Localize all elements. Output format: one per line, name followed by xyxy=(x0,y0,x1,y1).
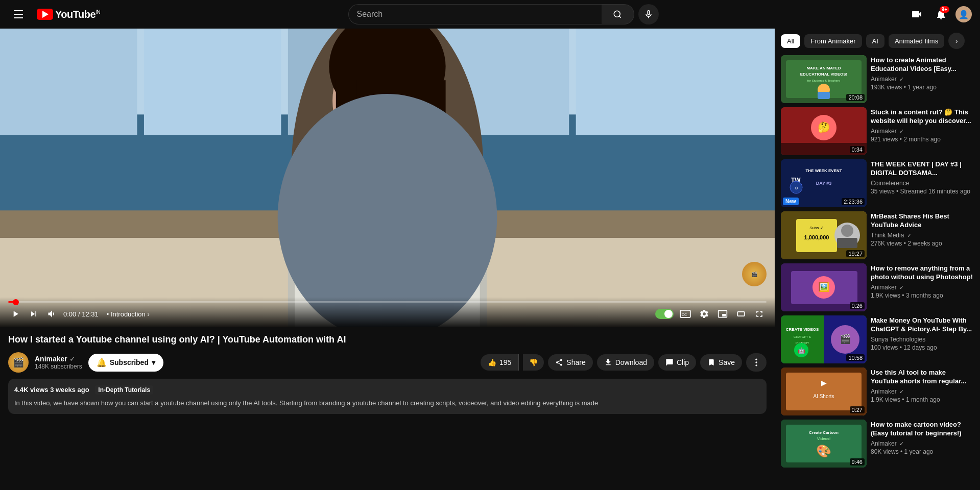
theater-mode-button[interactable] xyxy=(734,307,748,321)
svg-point-0 xyxy=(614,11,620,17)
rec-channel-2: Animaker ✓ xyxy=(871,128,974,135)
rec-card-3[interactable]: THE WEEK EVENT TW DAY #3 ⊙ 2:23:36 New T… xyxy=(781,159,974,207)
svg-text:▶: ▶ xyxy=(821,379,827,387)
rec-thumb-4: Subs ✓ 1,000,000 19:27 xyxy=(781,211,867,259)
create-button[interactable] xyxy=(906,4,927,24)
rec-duration-4: 19:27 xyxy=(846,250,865,257)
save-button[interactable]: Save xyxy=(700,354,742,371)
notifications-button[interactable]: 9+ xyxy=(931,4,951,24)
settings-button[interactable] xyxy=(697,307,711,321)
toggle-switch[interactable] xyxy=(655,309,674,319)
svg-rect-32 xyxy=(818,92,830,99)
search-button[interactable] xyxy=(602,4,634,24)
rec-meta-3: 35 views • Streamed 16 minutes ago xyxy=(871,188,974,195)
rec-info-7: Use this AI tool to make YouTube shorts … xyxy=(871,368,974,415)
youtube-logo-icon xyxy=(37,9,53,20)
rec-new-badge-3: New xyxy=(783,198,799,205)
captions-button[interactable]: CC xyxy=(678,308,693,320)
rec-verified-8: ✓ xyxy=(899,440,904,447)
rec-info-1: How to create Animated Educational Video… xyxy=(871,55,974,103)
share-button[interactable]: Share xyxy=(548,354,592,371)
volume-button[interactable] xyxy=(45,307,59,321)
rec-title-1: How to create Animated Educational Video… xyxy=(871,56,974,74)
rec-card-5[interactable]: 🖼️ 0:26 How to remove anything from a ph… xyxy=(781,263,974,311)
svg-rect-9 xyxy=(576,29,775,135)
like-button[interactable]: 👍 195 xyxy=(481,354,519,371)
play-button[interactable] xyxy=(8,307,22,321)
rec-thumb-7: ▶ AI Shorts 0:27 xyxy=(781,368,867,415)
channel-name-row: Animaker ✓ xyxy=(35,355,82,363)
rec-thumb-6: CREATE VIDEOS CHATGPT & PICTORY 🤖 🎬 10:5… xyxy=(781,315,867,363)
rec-title-8: How to make cartoon video? (Easy tutoria… xyxy=(871,421,974,438)
svg-text:🤔: 🤔 xyxy=(818,121,830,133)
dislike-icon: 👎 xyxy=(529,358,538,366)
svg-rect-49 xyxy=(837,238,857,248)
autoplay-toggle[interactable] xyxy=(655,309,674,319)
more-button[interactable] xyxy=(746,353,767,372)
svg-text:🎨: 🎨 xyxy=(816,444,831,458)
logo-text: YouTubeIN xyxy=(55,9,100,20)
video-player[interactable]: 🍎 🎬 xyxy=(0,29,775,327)
video-info: How I started a Youtube channel using on… xyxy=(0,327,775,373)
user-avatar[interactable]: 👤 xyxy=(955,6,972,22)
channel-name[interactable]: Animaker xyxy=(35,355,67,363)
rec-card-7[interactable]: ▶ AI Shorts 0:27 Use this AI tool to mak… xyxy=(781,368,974,415)
chip-all[interactable]: All xyxy=(781,34,800,48)
svg-text:Create Cartoon: Create Cartoon xyxy=(809,430,839,435)
svg-text:🤖: 🤖 xyxy=(798,347,805,354)
share-label: Share xyxy=(566,358,585,366)
chip-ai[interactable]: AI xyxy=(866,34,885,48)
miniplayer-button[interactable] xyxy=(715,307,730,321)
rec-info-5: How to remove anything from a photo with… xyxy=(871,263,974,311)
header-right: 9+ 👤 xyxy=(906,4,972,24)
hamburger-menu[interactable] xyxy=(8,4,29,24)
chip-from-animaker[interactable]: From Animaker xyxy=(804,34,862,48)
verified-icon: ✓ xyxy=(69,355,76,363)
svg-point-25 xyxy=(755,364,757,366)
progress-bar[interactable] xyxy=(8,301,767,303)
search-bar xyxy=(348,4,634,24)
rec-card-1[interactable]: MAKE ANIMATED EDUCATIONAL VIDEOS! for St… xyxy=(781,55,974,103)
svg-text:AI Shorts: AI Shorts xyxy=(813,394,834,399)
rec-duration-5: 0:26 xyxy=(850,302,865,309)
rec-title-7: Use this AI tool to make YouTube shorts … xyxy=(871,369,974,386)
chip-animated-films[interactable]: Animated films xyxy=(889,34,944,48)
rec-card-2[interactable]: 🤔 0:34 Stuck in a content rut? 🤔 This we… xyxy=(781,107,974,155)
rec-card-8[interactable]: Create Cartoon Videos! 🎨 9:46 How to mak… xyxy=(781,420,974,468)
rec-info-6: Make Money On YouTube With ChatGPT & Pic… xyxy=(871,315,974,363)
rec-info-2: Stuck in a content rut? 🤔 This website w… xyxy=(871,107,974,155)
rec-card-4[interactable]: Subs ✓ 1,000,000 19:27 MrBeast Shares Hi… xyxy=(781,211,974,259)
clip-button[interactable]: Clip xyxy=(658,354,696,371)
download-button[interactable]: Download xyxy=(597,354,654,371)
svg-text:Videos!: Videos! xyxy=(817,436,831,441)
chips-arrow-button[interactable]: › xyxy=(948,33,965,49)
next-button[interactable] xyxy=(27,307,41,321)
svg-point-48 xyxy=(841,225,853,237)
rec-title-5: How to remove anything from a photo with… xyxy=(871,264,974,282)
rec-duration-3: 2:23:36 xyxy=(842,198,865,205)
channel-details: Animaker ✓ 148K subscribers xyxy=(35,355,82,370)
svg-line-1 xyxy=(619,16,621,17)
channel-avatar[interactable]: 🎬 xyxy=(8,352,29,373)
rec-channel-5: Animaker ✓ xyxy=(871,284,974,291)
rec-channel-7: Animaker ✓ xyxy=(871,388,974,395)
rec-verified-7: ✓ xyxy=(899,388,904,395)
search-input[interactable] xyxy=(348,4,602,24)
voice-search-button[interactable] xyxy=(638,4,659,24)
svg-text:⊙: ⊙ xyxy=(795,186,798,190)
rec-duration-1: 20:08 xyxy=(846,94,865,101)
subscribe-chevron: ▾ xyxy=(152,358,155,366)
rec-meta-8: 80K views • 1 year ago xyxy=(871,448,974,455)
subscribe-button[interactable]: 🔔 Subscribed ▾ xyxy=(88,354,163,372)
header: YouTubeIN 9+ xyxy=(0,0,980,29)
fullscreen-button[interactable] xyxy=(752,307,767,321)
rec-card-6[interactable]: CREATE VIDEOS CHATGPT & PICTORY 🤖 🎬 10:5… xyxy=(781,315,974,363)
filter-chips: All From Animaker AI Animated films › xyxy=(781,33,974,49)
video-frame: 🍎 🎬 xyxy=(0,29,775,327)
left-content: 🍎 🎬 xyxy=(0,29,775,490)
dislike-button[interactable]: 👎 xyxy=(523,354,544,371)
svg-text:MAKE ANIMATED: MAKE ANIMATED xyxy=(806,66,841,70)
video-description[interactable]: 4.4K views 3 weeks ago In-Depth Tutorial… xyxy=(8,379,767,414)
header-center xyxy=(108,4,898,24)
youtube-logo[interactable]: YouTubeIN xyxy=(37,9,100,20)
